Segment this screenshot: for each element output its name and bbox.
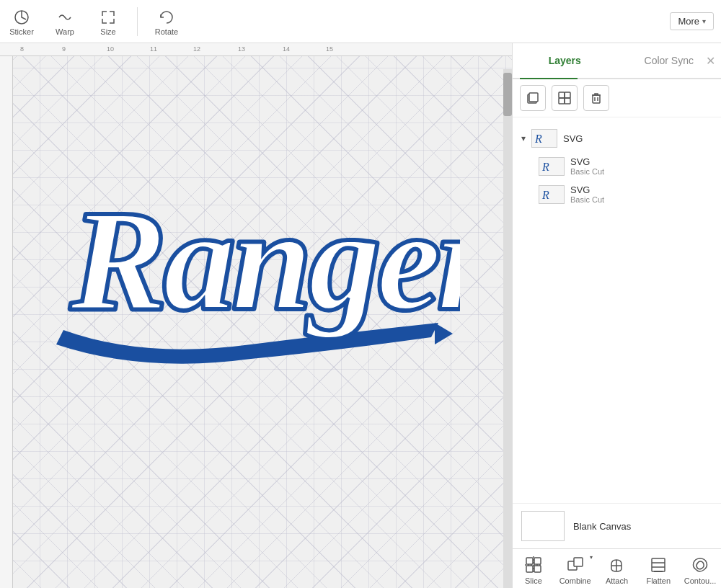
svg-rect-20	[526, 566, 533, 572]
layer-group-thumbnail: R	[531, 129, 557, 148]
ruler-mark-12: 12	[193, 45, 200, 53]
combine-label: Combine	[559, 576, 591, 585]
layer-item-1[interactable]: R SVG Basic Cut	[513, 152, 721, 180]
blank-canvas-label: Blank Canvas	[573, 521, 631, 532]
attach-button[interactable]: Attach	[598, 555, 634, 585]
size-tool[interactable]: Size	[94, 7, 123, 36]
svg-rect-11	[565, 98, 570, 104]
flatten-button[interactable]: Flatten	[640, 555, 676, 585]
panel-btn-delete[interactable]	[583, 85, 609, 111]
tab-layers[interactable]: Layers	[513, 43, 617, 78]
panel-close-button[interactable]: ✕	[706, 54, 715, 68]
svg-rect-8	[559, 92, 565, 98]
size-label: Size	[100, 27, 115, 36]
group-arrow-icon: ▾	[521, 133, 526, 143]
ruler-mark-13: 13	[238, 45, 245, 53]
sticker-label: Sticker	[9, 27, 34, 36]
ruler-mark-14: 14	[283, 45, 290, 53]
combine-icon	[565, 555, 585, 575]
panel-tabs: Layers Color Sync ✕	[513, 43, 721, 79]
svg-text:R: R	[541, 189, 549, 201]
slice-icon	[523, 555, 544, 575]
layer-group-labels: SVG	[563, 133, 583, 144]
horizontal-ruler: 8 9 10 11 12 13 14 15	[0, 43, 512, 56]
panel-btn-group[interactable]	[552, 85, 578, 111]
slice-button[interactable]: Slice	[516, 555, 552, 585]
layers-content: ▾ R SVG R SVG Bas	[513, 117, 721, 503]
right-panel: Layers Color Sync ✕	[512, 43, 721, 588]
combine-button[interactable]: Combine ▾	[557, 555, 593, 585]
panel-btn-duplicate[interactable]	[520, 85, 546, 111]
ruler-mark-10: 10	[107, 45, 114, 53]
layer-item-2-labels: SVG Basic Cut	[570, 184, 604, 204]
svg-rect-18	[526, 558, 533, 564]
more-arrow-icon: ▾	[702, 17, 706, 25]
layer-item-1-sub: Basic Cut	[570, 167, 604, 176]
toolbar-separator-1	[137, 7, 138, 36]
combine-arrow-icon: ▾	[588, 553, 595, 561]
ruler-mark-11: 11	[150, 45, 157, 53]
svg-text:Rangers: Rangers	[70, 180, 460, 339]
attach-icon	[606, 555, 627, 575]
scrollbar-thumb[interactable]	[503, 73, 512, 116]
layer-item-1-name: SVG	[570, 156, 604, 167]
more-label: More	[678, 16, 699, 27]
svg-rect-7	[529, 93, 538, 102]
size-icon	[98, 7, 118, 27]
svg-rect-19	[534, 558, 541, 564]
tab-layers-label: Layers	[549, 55, 581, 66]
ruler-mark-15: 15	[326, 45, 333, 53]
blank-canvas-preview	[521, 511, 565, 541]
more-button[interactable]: More ▾	[670, 12, 714, 30]
contour-icon	[690, 555, 710, 575]
layer-item-1-labels: SVG Basic Cut	[570, 156, 604, 176]
warp-tool[interactable]: Warp	[50, 7, 79, 36]
sticker-tool[interactable]: Sticker	[7, 7, 36, 36]
ruler-mark-8: 8	[20, 45, 24, 53]
panel-bottom-toolbar: Slice Combine ▾	[513, 548, 721, 588]
sticker-icon	[12, 7, 32, 27]
rotate-tool[interactable]: Rotate	[152, 7, 181, 36]
flatten-label: Flatten	[646, 576, 671, 585]
contour-button[interactable]: Contou...	[682, 555, 718, 585]
layer-item-2[interactable]: R SVG Basic Cut	[513, 180, 721, 208]
blank-canvas-area: Blank Canvas	[513, 503, 721, 548]
layer-item-1-thumbnail: R	[539, 157, 565, 176]
layer-item-2-name: SVG	[570, 184, 604, 195]
main-area: 8 9 10 11 12 13 14 15	[0, 43, 721, 588]
rangers-logo[interactable]: Rangers Rangers Rangers Rangers	[35, 150, 460, 373]
vertical-ruler	[0, 56, 13, 588]
tab-color-sync-label: Color Sync	[645, 55, 694, 66]
attach-label: Attach	[606, 576, 628, 585]
svg-rect-21	[534, 566, 541, 572]
rotate-label: Rotate	[155, 27, 178, 36]
slice-label: Slice	[525, 576, 542, 585]
rotate-icon	[156, 7, 177, 27]
ruler-mark-9: 9	[62, 45, 66, 53]
svg-rect-25	[574, 558, 583, 566]
svg-text:R: R	[534, 133, 542, 145]
layer-item-2-sub: Basic Cut	[570, 195, 604, 204]
svg-rect-9	[565, 92, 570, 98]
svg-rect-28	[652, 558, 665, 571]
top-toolbar: Sticker Warp Size Rotate More ▾	[0, 0, 721, 43]
svg-rect-12	[593, 95, 600, 103]
layer-group-svg[interactable]: ▾ R SVG	[513, 125, 721, 152]
layer-item-2-thumbnail: R	[539, 185, 565, 204]
contour-label: Contou...	[684, 576, 717, 585]
svg-text:R: R	[541, 161, 549, 173]
vertical-scrollbar[interactable]	[503, 69, 512, 588]
canvas-grid[interactable]: Rangers Rangers Rangers Rangers	[13, 56, 512, 588]
warp-label: Warp	[56, 27, 74, 36]
warp-icon	[55, 7, 75, 27]
panel-icon-toolbar	[513, 79, 721, 117]
layer-group-name: SVG	[563, 133, 583, 144]
svg-rect-10	[559, 98, 565, 104]
flatten-icon	[648, 555, 668, 575]
canvas-area[interactable]: 8 9 10 11 12 13 14 15	[0, 43, 512, 588]
